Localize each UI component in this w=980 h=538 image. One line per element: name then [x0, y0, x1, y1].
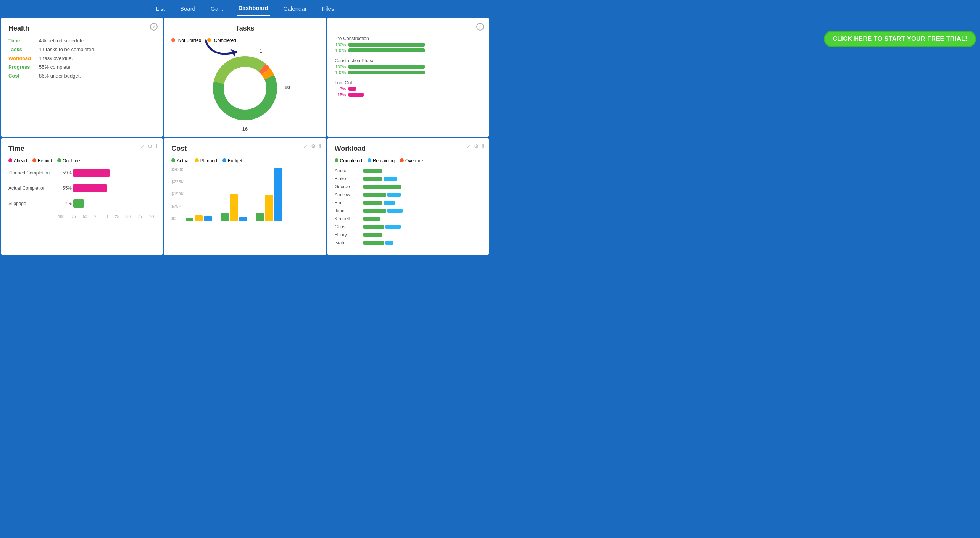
navigation: List Board Gant Dashboard Calendar Files [0, 0, 490, 17]
cost-gear-icon[interactable]: ⚙ [311, 143, 316, 149]
wl-name: George [335, 184, 363, 189]
health-info-icon[interactable]: i [150, 23, 158, 31]
workload-card: Workload ⤢ ⚙ ℹ Completed Remaining Overd… [327, 138, 489, 255]
tasks-legend: Not Started Completed [171, 38, 236, 43]
phases-bars-construction-2: 100% [335, 70, 482, 75]
wl-bars [363, 177, 397, 181]
wl-name: Chris [335, 224, 363, 229]
cost-yaxis: $300K $225K $150K $75K $0 [171, 167, 184, 221]
legend-dot-budget [222, 158, 226, 162]
phases-bars-trimout-2: 15% [335, 92, 482, 97]
cost-expand-icon[interactable]: ⤢ [303, 143, 308, 149]
wl-bar-remaining [385, 241, 393, 245]
workload-row: George [335, 184, 482, 189]
wl-bars [363, 233, 382, 237]
cost-title: Cost [171, 145, 187, 153]
time-pct-actual: 55% [58, 186, 72, 191]
health-label-workload: Workload [8, 55, 39, 61]
cost-bar-actual-1 [186, 218, 193, 221]
time-gear-icon[interactable]: ⚙ [148, 143, 153, 149]
cost-card-icons: ⤢ ⚙ ℹ [303, 143, 321, 149]
phases-row-preconstruction: Pre-Construction 100% 100% [335, 36, 482, 53]
wl-bar-remaining [387, 209, 403, 213]
health-row-tasks: Tasks 11 tasks to be completed. [8, 47, 155, 52]
phases-pct-c-2: 100% [335, 70, 346, 75]
cost-bar-actual-2 [221, 213, 229, 221]
legend-budget: Budget [222, 158, 242, 163]
time-row-slippage: Slippage -4% [8, 199, 155, 208]
phases-bars-preconstruction-1: 100% [335, 42, 482, 47]
nav-dashboard[interactable]: Dashboard [237, 1, 270, 16]
workload-row: Andrew [335, 192, 482, 197]
wl-bars [363, 185, 401, 189]
phases-info-icon[interactable]: i [476, 23, 484, 31]
legend-dot-wl-overdue [400, 158, 404, 162]
time-legend: Ahead Behind On Time [8, 158, 155, 163]
tasks-title: Tasks [235, 24, 255, 32]
phases-name-construction: Construction Phase [335, 58, 482, 63]
wl-bar-completed [363, 177, 382, 181]
time-label-planned: Planned Completion [8, 170, 58, 176]
wl-bars [363, 217, 380, 221]
wl-bars [363, 209, 403, 213]
phases-pct-c-1: 100% [335, 65, 346, 69]
wl-bar-remaining [387, 193, 401, 197]
wl-name: Annie [335, 168, 363, 173]
health-row-workload: Workload 1 task overdue. [8, 55, 155, 61]
phases-row-construction: Construction Phase 100% 100% [335, 58, 482, 75]
health-label-time: Time [8, 38, 39, 44]
nav-files[interactable]: Files [320, 2, 336, 16]
time-pct-slippage: -4% [58, 201, 72, 206]
time-expand-icon[interactable]: ⤢ [140, 143, 145, 149]
nav-gant[interactable]: Gant [209, 2, 225, 16]
nav-list[interactable]: List [154, 2, 167, 16]
phases-name-preconstruction: Pre-Construction [335, 36, 482, 41]
health-row-time: Time 4% behind schedule. [8, 38, 155, 44]
wl-bar-remaining [385, 225, 401, 229]
cost-bar-budget-3 [274, 168, 282, 221]
legend-completed: Completed [207, 38, 236, 43]
health-label-progress: Progress [8, 64, 39, 70]
cost-legend: Actual Planned Budget [171, 158, 318, 163]
legend-dot-actual [171, 158, 175, 162]
time-title: Time [8, 145, 24, 153]
time-info-icon[interactable]: ℹ [156, 143, 158, 149]
donut-label-top: 1 [260, 48, 262, 54]
wl-bars [363, 169, 382, 173]
workload-expand-icon[interactable]: ⤢ [466, 143, 471, 149]
wl-bar-remaining [384, 201, 395, 205]
legend-behind: Behind [32, 158, 52, 163]
time-bar-actual [73, 184, 107, 192]
wl-name: John [335, 208, 363, 213]
time-row-planned: Planned Completion 59% [8, 169, 155, 177]
phases-bars-trimout-1: 7% [335, 87, 482, 91]
time-bar-slippage [73, 199, 84, 208]
legend-wl-overdue: Overdue [400, 158, 423, 163]
wl-bar-completed [363, 201, 382, 205]
time-label-actual: Actual Completion [8, 186, 58, 191]
cost-info-icon[interactable]: ℹ [319, 143, 321, 149]
time-card-icons: ⤢ ⚙ ℹ [140, 143, 158, 149]
wl-bar-completed [363, 225, 384, 229]
time-axis: 100 75 50 25 0 25 50 75 100 [8, 215, 155, 219]
wl-bar-completed [363, 209, 386, 213]
time-card: Time ⤢ ⚙ ℹ Ahead Behind On Time Planned … [1, 138, 163, 255]
cost-card: Cost ⤢ ⚙ ℹ Actual Planned Budget $300K $… [164, 138, 326, 255]
legend-dot-wl-remaining [368, 158, 371, 162]
cost-bar-planned-1 [195, 215, 203, 221]
health-label-tasks: Tasks [8, 47, 39, 52]
cost-bar-planned-3 [265, 195, 273, 221]
time-pct-planned: 59% [58, 170, 72, 176]
time-row-actual: Actual Completion 55% [8, 184, 155, 192]
phases-name-trimout: Trim Out [335, 80, 482, 86]
cost-bar-group-2 [221, 194, 247, 221]
legend-not-started: Not Started [171, 38, 201, 43]
workload-gear-icon[interactable]: ⚙ [474, 143, 479, 149]
workload-info-icon[interactable]: ℹ [482, 143, 484, 149]
legend-dot-not-started [171, 38, 175, 42]
workload-row: Annie [335, 168, 482, 173]
nav-board[interactable]: Board [178, 2, 197, 16]
nav-calendar[interactable]: Calendar [282, 2, 309, 16]
legend-dot-completed [207, 38, 211, 42]
health-value-time: 4% behind schedule. [39, 38, 85, 44]
